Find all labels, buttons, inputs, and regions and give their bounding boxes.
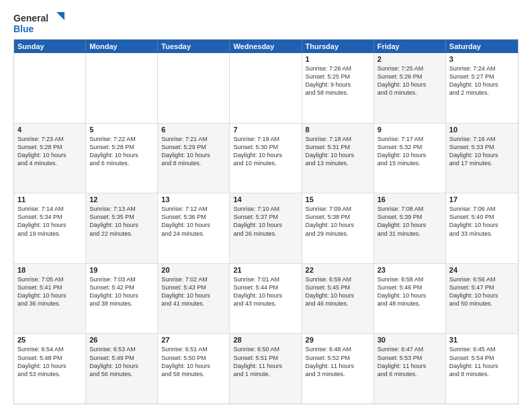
- calendar-row-2: 11Sunrise: 7:14 AM Sunset: 5:34 PM Dayli…: [14, 193, 518, 263]
- day-info: Sunrise: 6:56 AM Sunset: 5:47 PM Dayligh…: [449, 275, 515, 308]
- calendar-row-3: 18Sunrise: 7:05 AM Sunset: 5:41 PM Dayli…: [14, 263, 518, 334]
- calendar-row-0: 1Sunrise: 7:26 AM Sunset: 5:25 PM Daylig…: [14, 53, 518, 123]
- day-info: Sunrise: 7:18 AM Sunset: 5:31 PM Dayligh…: [306, 135, 370, 168]
- day-info: Sunrise: 6:50 AM Sunset: 5:51 PM Dayligh…: [233, 345, 298, 378]
- empty-cell-0-1: [86, 53, 158, 123]
- day-cell-15: 15Sunrise: 7:09 AM Sunset: 5:38 PM Dayli…: [302, 193, 374, 263]
- day-number: 5: [89, 126, 154, 134]
- day-number: 7: [233, 126, 298, 134]
- day-number: 31: [449, 336, 515, 344]
- day-cell-3: 3Sunrise: 7:24 AM Sunset: 5:27 PM Daylig…: [446, 53, 518, 123]
- day-number: 1: [306, 55, 370, 63]
- logo-svg: GeneralBlue: [13, 11, 67, 35]
- day-number: 16: [378, 195, 442, 203]
- day-number: 6: [161, 126, 226, 134]
- day-number: 13: [161, 195, 226, 203]
- day-cell-23: 23Sunrise: 6:58 AM Sunset: 5:46 PM Dayli…: [374, 264, 446, 334]
- day-info: Sunrise: 6:45 AM Sunset: 5:54 PM Dayligh…: [449, 345, 515, 378]
- day-info: Sunrise: 7:16 AM Sunset: 5:33 PM Dayligh…: [449, 135, 515, 168]
- day-cell-28: 28Sunrise: 6:50 AM Sunset: 5:51 PM Dayli…: [230, 334, 302, 404]
- day-cell-13: 13Sunrise: 7:12 AM Sunset: 5:36 PM Dayli…: [158, 193, 230, 263]
- day-number: 27: [161, 336, 226, 344]
- calendar-row-4: 25Sunrise: 6:54 AM Sunset: 5:48 PM Dayli…: [14, 333, 518, 404]
- day-cell-27: 27Sunrise: 6:51 AM Sunset: 5:50 PM Dayli…: [158, 334, 230, 404]
- day-number: 10: [449, 126, 515, 134]
- day-info: Sunrise: 7:13 AM Sunset: 5:35 PM Dayligh…: [89, 205, 154, 238]
- day-cell-6: 6Sunrise: 7:21 AM Sunset: 5:29 PM Daylig…: [158, 124, 230, 193]
- header-day-sunday: Sunday: [14, 40, 86, 53]
- day-info: Sunrise: 7:26 AM Sunset: 5:25 PM Dayligh…: [306, 64, 370, 97]
- day-cell-21: 21Sunrise: 7:01 AM Sunset: 5:44 PM Dayli…: [230, 264, 302, 334]
- day-cell-2: 2Sunrise: 7:25 AM Sunset: 5:26 PM Daylig…: [374, 53, 446, 123]
- day-number: 28: [233, 336, 298, 344]
- day-number: 21: [233, 266, 298, 274]
- day-cell-1: 1Sunrise: 7:26 AM Sunset: 5:25 PM Daylig…: [302, 53, 374, 123]
- day-cell-30: 30Sunrise: 6:47 AM Sunset: 5:53 PM Dayli…: [374, 334, 446, 404]
- day-cell-24: 24Sunrise: 6:56 AM Sunset: 5:47 PM Dayli…: [446, 264, 518, 334]
- day-number: 2: [378, 55, 442, 63]
- day-cell-16: 16Sunrise: 7:08 AM Sunset: 5:39 PM Dayli…: [374, 193, 446, 263]
- day-number: 24: [449, 266, 515, 274]
- header-day-friday: Friday: [374, 40, 446, 53]
- day-cell-11: 11Sunrise: 7:14 AM Sunset: 5:34 PM Dayli…: [14, 193, 86, 263]
- day-info: Sunrise: 7:05 AM Sunset: 5:41 PM Dayligh…: [17, 275, 82, 308]
- day-info: Sunrise: 6:54 AM Sunset: 5:48 PM Dayligh…: [17, 345, 82, 378]
- day-info: Sunrise: 7:02 AM Sunset: 5:43 PM Dayligh…: [161, 275, 226, 308]
- day-number: 19: [89, 266, 154, 274]
- day-number: 20: [161, 266, 226, 274]
- day-info: Sunrise: 7:09 AM Sunset: 5:38 PM Dayligh…: [306, 205, 370, 238]
- day-info: Sunrise: 6:47 AM Sunset: 5:53 PM Dayligh…: [378, 345, 442, 378]
- day-cell-26: 26Sunrise: 6:53 AM Sunset: 5:49 PM Dayli…: [86, 334, 158, 404]
- day-cell-8: 8Sunrise: 7:18 AM Sunset: 5:31 PM Daylig…: [302, 124, 374, 193]
- header-day-thursday: Thursday: [302, 40, 374, 53]
- day-cell-5: 5Sunrise: 7:22 AM Sunset: 5:28 PM Daylig…: [86, 124, 158, 193]
- day-info: Sunrise: 7:14 AM Sunset: 5:34 PM Dayligh…: [17, 205, 82, 238]
- day-info: Sunrise: 6:59 AM Sunset: 5:45 PM Dayligh…: [306, 275, 370, 308]
- day-cell-19: 19Sunrise: 7:03 AM Sunset: 5:42 PM Dayli…: [86, 264, 158, 334]
- day-number: 3: [449, 55, 515, 63]
- day-info: Sunrise: 6:53 AM Sunset: 5:49 PM Dayligh…: [89, 345, 154, 378]
- calendar-header: SundayMondayTuesdayWednesdayThursdayFrid…: [14, 40, 518, 53]
- day-number: 22: [306, 266, 370, 274]
- calendar-body: 1Sunrise: 7:26 AM Sunset: 5:25 PM Daylig…: [14, 53, 518, 404]
- day-info: Sunrise: 7:08 AM Sunset: 5:39 PM Dayligh…: [378, 205, 442, 238]
- day-info: Sunrise: 7:22 AM Sunset: 5:28 PM Dayligh…: [89, 135, 154, 168]
- day-info: Sunrise: 7:25 AM Sunset: 5:26 PM Dayligh…: [378, 64, 442, 97]
- day-info: Sunrise: 7:24 AM Sunset: 5:27 PM Dayligh…: [449, 64, 515, 97]
- day-number: 30: [378, 336, 442, 344]
- day-number: 14: [233, 195, 298, 203]
- day-number: 11: [17, 195, 82, 203]
- day-cell-4: 4Sunrise: 7:23 AM Sunset: 5:28 PM Daylig…: [14, 124, 86, 193]
- day-info: Sunrise: 7:06 AM Sunset: 5:40 PM Dayligh…: [449, 205, 515, 238]
- empty-cell-0-2: [158, 53, 230, 123]
- header-day-wednesday: Wednesday: [230, 40, 302, 53]
- day-info: Sunrise: 7:19 AM Sunset: 5:30 PM Dayligh…: [233, 135, 298, 168]
- page: GeneralBlue SundayMondayTuesdayWednesday…: [0, 0, 532, 411]
- day-info: Sunrise: 7:12 AM Sunset: 5:36 PM Dayligh…: [161, 205, 226, 238]
- empty-cell-0-0: [14, 53, 86, 123]
- day-number: 29: [306, 336, 370, 344]
- day-cell-9: 9Sunrise: 7:17 AM Sunset: 5:32 PM Daylig…: [374, 124, 446, 193]
- day-info: Sunrise: 6:51 AM Sunset: 5:50 PM Dayligh…: [161, 345, 226, 378]
- header: GeneralBlue: [13, 11, 519, 35]
- day-info: Sunrise: 7:03 AM Sunset: 5:42 PM Dayligh…: [89, 275, 154, 308]
- day-number: 15: [306, 195, 370, 203]
- day-info: Sunrise: 7:23 AM Sunset: 5:28 PM Dayligh…: [17, 135, 82, 168]
- day-number: 12: [89, 195, 154, 203]
- day-number: 26: [89, 336, 154, 344]
- day-cell-10: 10Sunrise: 7:16 AM Sunset: 5:33 PM Dayli…: [446, 124, 518, 193]
- day-cell-17: 17Sunrise: 7:06 AM Sunset: 5:40 PM Dayli…: [446, 193, 518, 263]
- day-cell-18: 18Sunrise: 7:05 AM Sunset: 5:41 PM Dayli…: [14, 264, 86, 334]
- svg-text:Blue: Blue: [13, 24, 34, 34]
- day-cell-12: 12Sunrise: 7:13 AM Sunset: 5:35 PM Dayli…: [86, 193, 158, 263]
- day-info: Sunrise: 7:10 AM Sunset: 5:37 PM Dayligh…: [233, 205, 298, 238]
- svg-marker-2: [56, 12, 64, 20]
- day-number: 25: [17, 336, 82, 344]
- header-day-monday: Monday: [86, 40, 158, 53]
- svg-text:General: General: [13, 13, 48, 24]
- day-number: 17: [449, 195, 515, 203]
- day-info: Sunrise: 6:58 AM Sunset: 5:46 PM Dayligh…: [378, 275, 442, 308]
- logo: GeneralBlue: [13, 11, 67, 35]
- day-info: Sunrise: 7:21 AM Sunset: 5:29 PM Dayligh…: [161, 135, 226, 168]
- day-cell-7: 7Sunrise: 7:19 AM Sunset: 5:30 PM Daylig…: [230, 124, 302, 193]
